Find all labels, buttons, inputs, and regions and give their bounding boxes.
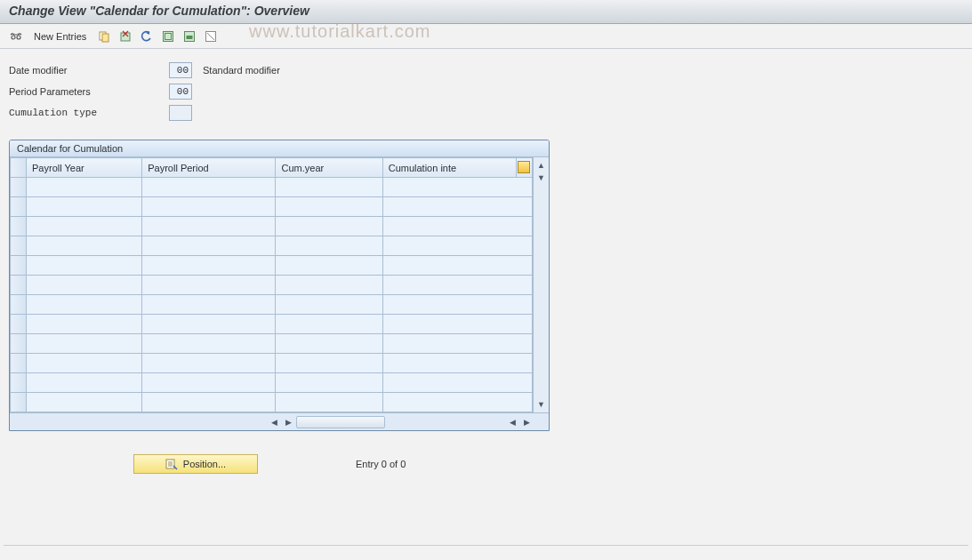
col-cum-year[interactable]: Cum.year bbox=[276, 158, 382, 178]
cell-cum-year[interactable] bbox=[276, 276, 382, 295]
cell-cum-year[interactable] bbox=[276, 334, 382, 354]
table-row[interactable] bbox=[11, 256, 533, 276]
cell-cumulation-inte[interactable] bbox=[382, 256, 532, 276]
cell-cum-year[interactable] bbox=[276, 217, 382, 236]
input-cumulation-type[interactable] bbox=[169, 105, 192, 121]
table-row[interactable] bbox=[11, 334, 533, 354]
cell-payroll-period[interactable] bbox=[142, 354, 276, 373]
scroll-up-icon[interactable]: ▲ bbox=[535, 159, 548, 172]
cell-payroll-year[interactable] bbox=[27, 393, 142, 412]
cell-payroll-period[interactable] bbox=[142, 256, 276, 276]
scroll-right2-icon[interactable]: ▶ bbox=[520, 416, 533, 428]
copy-as-button[interactable] bbox=[95, 28, 113, 45]
table-row[interactable] bbox=[11, 217, 533, 236]
row-selector[interactable] bbox=[11, 256, 27, 276]
cell-payroll-period[interactable] bbox=[142, 217, 276, 236]
cell-payroll-year[interactable] bbox=[27, 197, 142, 217]
table-row[interactable] bbox=[11, 236, 533, 256]
vertical-scrollbar[interactable]: ▲ ▼ ▼ bbox=[533, 157, 549, 412]
input-date-modifier[interactable] bbox=[169, 62, 192, 78]
cell-cumulation-inte[interactable] bbox=[382, 276, 532, 295]
cell-cumulation-inte[interactable] bbox=[382, 236, 532, 256]
cell-payroll-year[interactable] bbox=[27, 217, 142, 236]
table-row[interactable] bbox=[11, 315, 533, 334]
cell-cum-year[interactable] bbox=[276, 256, 382, 276]
cell-cumulation-inte[interactable] bbox=[382, 178, 532, 197]
cell-payroll-year[interactable] bbox=[27, 315, 142, 334]
cell-payroll-period[interactable] bbox=[142, 373, 276, 393]
deselect-all-button[interactable] bbox=[202, 28, 220, 45]
row-selector[interactable] bbox=[11, 354, 27, 373]
scroll-thumb[interactable] bbox=[296, 416, 385, 428]
cell-cumulation-inte[interactable] bbox=[382, 217, 532, 236]
row-selector[interactable] bbox=[11, 236, 27, 256]
scroll-left2-icon[interactable]: ◀ bbox=[506, 416, 518, 428]
row-selector[interactable] bbox=[11, 197, 27, 217]
cell-payroll-period[interactable] bbox=[142, 178, 276, 197]
cell-cumulation-inte[interactable] bbox=[382, 334, 532, 354]
row-selector[interactable] bbox=[11, 217, 27, 236]
table-row[interactable] bbox=[11, 295, 533, 315]
row-selector[interactable] bbox=[11, 276, 27, 295]
col-cumulation-inte[interactable]: Cumulation inte bbox=[382, 158, 516, 178]
row-selector[interactable] bbox=[11, 393, 27, 412]
col-configure[interactable] bbox=[516, 158, 532, 178]
cell-payroll-year[interactable] bbox=[27, 373, 142, 393]
cell-payroll-year[interactable] bbox=[27, 354, 142, 373]
cell-cum-year[interactable] bbox=[276, 295, 382, 315]
other-view-button[interactable] bbox=[7, 28, 25, 45]
scroll-left-icon[interactable]: ◀ bbox=[268, 416, 280, 428]
cell-payroll-year[interactable] bbox=[27, 256, 142, 276]
select-block-button[interactable] bbox=[181, 28, 198, 45]
row-selector[interactable] bbox=[11, 178, 27, 197]
cell-payroll-year[interactable] bbox=[27, 276, 142, 295]
cell-payroll-period[interactable] bbox=[142, 334, 276, 354]
row-selector[interactable] bbox=[11, 373, 27, 393]
col-payroll-year[interactable]: Payroll Year bbox=[27, 158, 142, 178]
table-row[interactable] bbox=[11, 354, 533, 373]
cell-cumulation-inte[interactable] bbox=[382, 197, 532, 217]
input-period-parameters[interactable] bbox=[169, 84, 192, 100]
undo-button[interactable] bbox=[138, 28, 156, 45]
delete-button[interactable] bbox=[116, 28, 134, 45]
cell-cum-year[interactable] bbox=[276, 354, 382, 373]
row-selector[interactable] bbox=[11, 334, 27, 354]
cell-payroll-year[interactable] bbox=[27, 334, 142, 354]
cell-payroll-period[interactable] bbox=[142, 295, 276, 315]
cell-cum-year[interactable] bbox=[276, 197, 382, 217]
table-row[interactable] bbox=[11, 178, 533, 197]
cell-cumulation-inte[interactable] bbox=[382, 354, 532, 373]
horizontal-scrollbar[interactable]: ◀ ▶ bbox=[268, 416, 385, 428]
cell-payroll-period[interactable] bbox=[142, 236, 276, 256]
cell-payroll-period[interactable] bbox=[142, 315, 276, 334]
row-selector[interactable] bbox=[11, 295, 27, 315]
col-payroll-period[interactable]: Payroll Period bbox=[142, 158, 276, 178]
cell-cumulation-inte[interactable] bbox=[382, 373, 532, 393]
cell-payroll-period[interactable] bbox=[142, 393, 276, 412]
cell-cum-year[interactable] bbox=[276, 393, 382, 412]
select-all-button[interactable] bbox=[159, 28, 177, 45]
horizontal-scrollbar-right[interactable]: ◀ ▶ bbox=[506, 416, 533, 428]
cell-cum-year[interactable] bbox=[276, 373, 382, 393]
cell-payroll-year[interactable] bbox=[27, 295, 142, 315]
position-button[interactable]: Position... bbox=[133, 454, 258, 474]
cell-payroll-year[interactable] bbox=[27, 178, 142, 197]
cell-cum-year[interactable] bbox=[276, 315, 382, 334]
cell-payroll-period[interactable] bbox=[142, 197, 276, 217]
cell-payroll-year[interactable] bbox=[27, 236, 142, 256]
cell-cumulation-inte[interactable] bbox=[382, 315, 532, 334]
table-row[interactable] bbox=[11, 276, 533, 295]
table-row[interactable] bbox=[11, 373, 533, 393]
cell-cum-year[interactable] bbox=[276, 178, 382, 197]
table-row[interactable] bbox=[11, 197, 533, 217]
scroll-right-icon[interactable]: ▶ bbox=[282, 416, 294, 428]
cell-cum-year[interactable] bbox=[276, 236, 382, 256]
cell-cumulation-inte[interactable] bbox=[382, 393, 532, 412]
scroll-down-bottom-icon[interactable]: ▼ bbox=[535, 398, 548, 411]
cell-cumulation-inte[interactable] bbox=[382, 295, 532, 315]
scroll-down-icon[interactable]: ▼ bbox=[535, 172, 548, 184]
cell-payroll-period[interactable] bbox=[142, 276, 276, 295]
new-entries-button[interactable]: New Entries bbox=[28, 28, 92, 45]
row-selector[interactable] bbox=[11, 315, 27, 334]
col-select-all[interactable] bbox=[11, 158, 27, 178]
